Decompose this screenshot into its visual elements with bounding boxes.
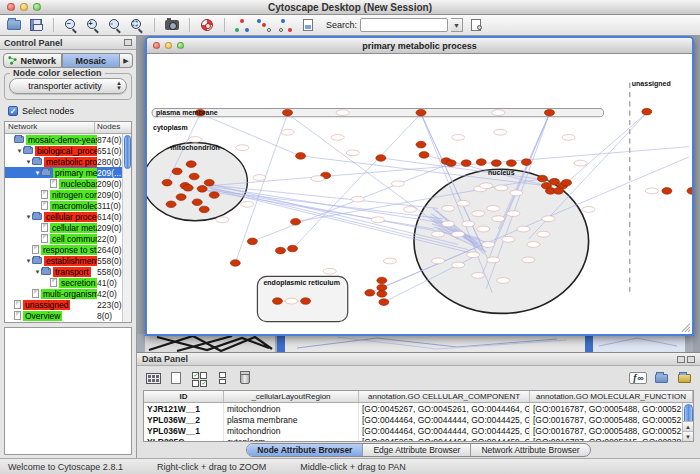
disclosure-triangle-icon[interactable]: ▼: [25, 159, 32, 165]
tree-row[interactable]: multi-organism pro42(0): [5, 288, 131, 299]
gene-node[interactable]: [687, 188, 692, 195]
gene-label-node[interactable]: [542, 216, 555, 222]
gene-node[interactable]: [377, 291, 387, 298]
gene-node[interactable]: [419, 152, 429, 159]
tab-network-attribute-browser[interactable]: Network Attribute Browser: [471, 444, 589, 456]
gene-node[interactable]: [199, 206, 209, 213]
gene-node[interactable]: [282, 109, 292, 116]
gene-label-node[interactable]: [253, 175, 266, 181]
gene-node[interactable]: [553, 188, 563, 195]
snapshot-camera-icon[interactable]: [162, 16, 182, 34]
gene-label-node[interactable]: [494, 129, 507, 135]
gene-label-node[interactable]: [472, 272, 485, 278]
tree-row[interactable]: ▼establishment of lo558(0): [5, 255, 131, 266]
gene-label-node[interactable]: [507, 211, 520, 217]
gene-label-node[interactable]: [383, 258, 396, 264]
search-dropdown-arrow-icon[interactable]: ▼: [451, 18, 463, 32]
network-graph[interactable]: plasma membranecytoplasmmitochondrionnuc…: [147, 54, 692, 334]
gene-label-node[interactable]: [480, 183, 493, 189]
table-column-header[interactable]: annotation.GO CELLULAR_COMPONENT: [359, 391, 530, 402]
dock-data-panel-icon[interactable]: [687, 356, 695, 363]
gene-node[interactable]: [301, 298, 311, 305]
gene-node[interactable]: [197, 186, 207, 193]
gene-node[interactable]: [172, 168, 182, 175]
gene-node[interactable]: [376, 155, 386, 162]
gene-node[interactable]: [192, 199, 202, 206]
gene-node[interactable]: [365, 290, 375, 297]
gene-label-node[interactable]: [492, 110, 505, 116]
tree-row[interactable]: ▼metabolic process280(0): [5, 156, 131, 167]
gene-label-node[interactable]: [351, 196, 364, 202]
gene-node[interactable]: [230, 260, 240, 267]
tree-row[interactable]: secretion41(0): [5, 277, 131, 288]
gene-label-node[interactable]: [236, 145, 249, 151]
gene-label-node[interactable]: [495, 185, 508, 191]
gene-label-node[interactable]: [391, 181, 404, 187]
gene-label-node[interactable]: [517, 226, 530, 232]
gene-node[interactable]: [247, 238, 257, 245]
gene-node[interactable]: [288, 245, 298, 252]
search-options-icon[interactable]: [466, 16, 486, 34]
formula-builder-icon[interactable]: ƒ∞: [628, 369, 648, 387]
tree-row[interactable]: ▼biological_process651(0): [5, 145, 131, 156]
gene-node[interactable]: [461, 160, 471, 167]
gene-label-node[interactable]: [510, 190, 523, 196]
network-canvas[interactable]: plasma membranecytoplasmmitochondrionnuc…: [147, 54, 692, 334]
tab-mosaic[interactable]: Mosaic: [62, 53, 121, 68]
gene-node[interactable]: [662, 188, 672, 195]
window-titlebar[interactable]: Cytoscape Desktop (New Session): [0, 0, 700, 15]
gene-node[interactable]: [166, 201, 176, 208]
gene-label-node[interactable]: [457, 200, 470, 206]
attribute-grid-icon[interactable]: [143, 369, 163, 387]
gene-label-node[interactable]: [492, 216, 505, 222]
resize-grip-icon[interactable]: [682, 324, 690, 332]
table-row[interactable]: YPL036W__2plasma membrane[GO:0044464, GO…: [144, 414, 693, 425]
disclosure-triangle-icon[interactable]: ▼: [16, 148, 23, 154]
gene-label-node[interactable]: [562, 135, 575, 141]
open-attribute-file-icon[interactable]: [674, 369, 694, 387]
disclosure-triangle-icon[interactable]: ▼: [34, 170, 41, 176]
gene-label-node[interactable]: [432, 258, 445, 264]
gene-node[interactable]: [506, 160, 516, 167]
tab-edge-attribute-browser[interactable]: Edge Attribute Browser: [363, 444, 471, 456]
gene-node[interactable]: [416, 141, 426, 148]
gene-label-node[interactable]: [487, 206, 500, 212]
tree-row[interactable]: unassigned223(0): [5, 299, 131, 310]
tree-row[interactable]: ▼cellular process614(0): [5, 211, 131, 222]
gene-label-node[interactable]: [582, 207, 595, 213]
gene-node[interactable]: [476, 159, 486, 166]
zoom-fit-icon[interactable]: ⛶: [127, 16, 147, 34]
gene-node[interactable]: [186, 161, 196, 168]
gene-label-node[interactable]: [442, 206, 455, 212]
tree-row[interactable]: ▼primary metabo209(...: [5, 167, 131, 178]
gene-node[interactable]: [209, 192, 219, 199]
help-lifesaver-icon[interactable]: [197, 16, 217, 34]
gene-label-node[interactable]: [403, 207, 416, 213]
tree-row[interactable]: mosaic-demo-yeast874(0): [5, 134, 131, 145]
gene-label-node[interactable]: [537, 231, 550, 237]
gene-node[interactable]: [537, 175, 547, 182]
gene-node[interactable]: [377, 284, 387, 291]
gene-label-node[interactable]: [323, 268, 336, 274]
delete-attribute-icon[interactable]: [235, 369, 255, 387]
tree-row[interactable]: ▼transport558(0): [5, 266, 131, 277]
gene-label-node[interactable]: [311, 176, 324, 182]
gene-label-node[interactable]: [331, 135, 344, 141]
gene-node[interactable]: [642, 108, 652, 115]
tree-scrollbar-thumb[interactable]: [124, 135, 131, 169]
network-view-titlebar[interactable]: primary metabolic process: [147, 38, 692, 54]
table-column-header[interactable]: _cellularLayoutRegion: [224, 391, 359, 402]
tree-row[interactable]: response to stimulu264(0): [5, 244, 131, 255]
gene-label-node[interactable]: [527, 242, 540, 248]
tree-scrollbar[interactable]: [122, 134, 131, 322]
gene-label-node[interactable]: [432, 231, 445, 237]
birdseye-view-panel[interactable]: [4, 327, 132, 455]
gene-label-node[interactable]: [574, 160, 587, 166]
tree-col-nodes[interactable]: Nodes: [95, 122, 131, 133]
gene-label-node[interactable]: [467, 252, 480, 258]
gene-node[interactable]: [272, 298, 282, 305]
float-data-panel-icon[interactable]: [677, 356, 685, 363]
gene-label-node[interactable]: [371, 217, 384, 223]
tab-node-attribute-browser[interactable]: Node Attribute Browser: [247, 444, 363, 456]
tab-network[interactable]: Network: [3, 53, 62, 68]
